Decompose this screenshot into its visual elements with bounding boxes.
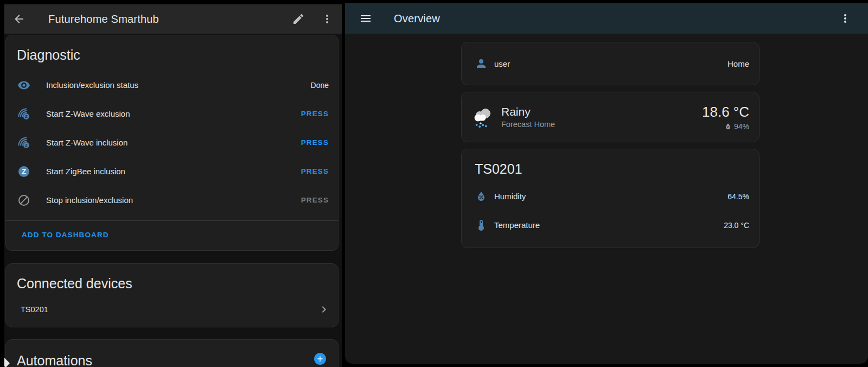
row-zwave-inclusion: Z Start Z-Wave inclusion PRESS xyxy=(6,128,338,157)
diagnostic-card-title: Diagnostic xyxy=(6,35,338,71)
zigbee-icon: Z xyxy=(17,165,30,178)
hamburger-menu-icon[interactable] xyxy=(359,12,372,25)
user-card[interactable]: user Home xyxy=(461,42,760,85)
device-list-item[interactable]: TS0201 xyxy=(6,296,338,323)
automations-title: Automations xyxy=(6,340,338,367)
user-name: user xyxy=(494,59,510,68)
row-label: Start ZigBee inclusion xyxy=(46,167,125,176)
humidity-icon xyxy=(475,190,488,203)
svg-text:Z: Z xyxy=(25,114,28,119)
row-label: Inclusion/exclusion status xyxy=(46,80,138,90)
dashboard-title: Overview xyxy=(394,12,440,25)
row-zigbee-inclusion: Z Start ZigBee inclusion PRESS xyxy=(6,157,338,186)
chevron-right-icon xyxy=(317,303,330,316)
weather-temperature: 18.6 °C xyxy=(702,104,749,121)
add-to-dashboard-button[interactable]: ADD TO DASHBOARD xyxy=(22,231,109,239)
overview-header: Overview xyxy=(345,3,868,34)
automations-card: Automations xyxy=(5,339,339,367)
sensor-card: TS0201 Humidity 64.5% Temperature 23.0 °… xyxy=(461,149,760,248)
row-label: Start Z-Wave inclusion xyxy=(46,138,127,147)
row-label: Start Z-Wave exclusion xyxy=(46,109,130,118)
humidity-row[interactable]: Humidity 64.5% xyxy=(462,182,759,211)
zwave-icon: Z xyxy=(17,136,30,149)
back-arrow-icon[interactable] xyxy=(12,12,25,26)
sensor-label: Humidity xyxy=(494,192,526,201)
row-stop-inclusion: Stop inclusion/exclusion PRESS xyxy=(6,186,338,214)
press-button-disabled: PRESS xyxy=(301,196,329,204)
humidity-drop-icon xyxy=(724,122,732,131)
block-icon xyxy=(17,194,30,207)
weather-humidity-value: 94% xyxy=(734,122,749,131)
status-value: Done xyxy=(311,81,329,90)
edit-pencil-icon[interactable] xyxy=(292,12,305,26)
temperature-row[interactable]: Temperature 23.0 °C xyxy=(462,211,759,239)
sensor-value: 64.5% xyxy=(727,192,749,201)
sensor-label: Temperature xyxy=(494,220,540,230)
press-button[interactable]: PRESS xyxy=(301,167,329,175)
row-inclusion-status: Inclusion/exclusion status Done xyxy=(6,71,338,99)
svg-text:Z: Z xyxy=(22,167,27,176)
overflow-menu-icon[interactable] xyxy=(321,12,334,26)
diagnostic-card: Diagnostic Inclusion/exclusion status Do… xyxy=(5,35,339,251)
zwave-icon: Z xyxy=(17,107,30,121)
press-button[interactable]: PRESS xyxy=(301,138,329,147)
overview-dashboard: Overview user Home Rainy Forecast Home 1… xyxy=(345,3,868,364)
device-page-header: Futurehome Smarthub xyxy=(4,4,342,34)
press-button[interactable]: PRESS xyxy=(301,110,329,118)
device-page: Futurehome Smarthub Diagnostic Inclusion… xyxy=(4,4,342,367)
weather-source: Forecast Home xyxy=(501,120,555,129)
sensor-value: 23.0 °C xyxy=(724,221,749,230)
svg-text:Z: Z xyxy=(25,143,28,148)
add-automation-button[interactable] xyxy=(314,353,326,365)
overflow-menu-icon[interactable] xyxy=(839,12,852,25)
weather-readings: 18.6 °C 94% xyxy=(702,104,749,131)
weather-humidity-row: 94% xyxy=(702,122,749,131)
page-title: Futurehome Smarthub xyxy=(48,13,159,26)
row-zwave-exclusion: Z Start Z-Wave exclusion PRESS xyxy=(6,99,338,128)
weather-condition: Rainy xyxy=(501,105,555,118)
temperature-icon xyxy=(475,219,488,232)
person-icon xyxy=(475,57,488,70)
device-name: TS0201 xyxy=(21,305,48,314)
user-location: Home xyxy=(727,59,749,68)
diagnostic-card-footer: ADD TO DASHBOARD xyxy=(6,221,338,248)
weather-card[interactable]: Rainy Forecast Home 18.6 °C 94% xyxy=(461,92,760,142)
sensor-card-title: TS0201 xyxy=(462,149,759,182)
connected-devices-card: Connected devices TS0201 xyxy=(5,263,339,327)
connected-devices-title: Connected devices xyxy=(6,264,338,296)
weather-summary: Rainy Forecast Home xyxy=(501,105,555,129)
weather-rainy-icon xyxy=(469,104,495,130)
eye-icon xyxy=(17,79,30,92)
row-label: Stop inclusion/exclusion xyxy=(46,195,133,205)
